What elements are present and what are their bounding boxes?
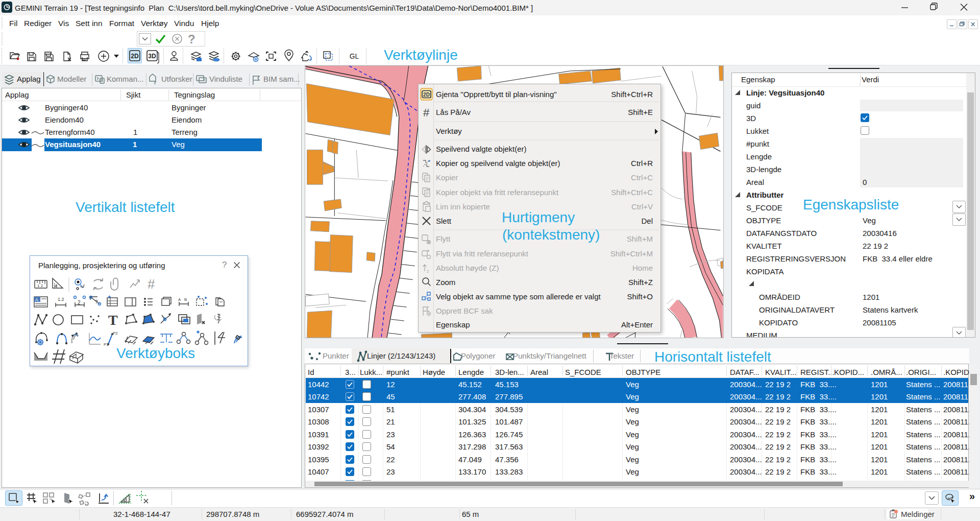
- svg-text:2D: 2D: [423, 92, 430, 98]
- svg-text:?: ?: [95, 299, 98, 305]
- svg-text:A: A: [35, 297, 38, 302]
- svg-text:1 2: 1 2: [37, 283, 43, 288]
- svg-text:1.2: 1.2: [58, 297, 64, 302]
- svg-text:#: #: [423, 106, 430, 119]
- svg-text:2: 2: [78, 300, 81, 305]
- svg-text:2D: 2D: [131, 53, 139, 60]
- svg-text:T: T: [108, 312, 118, 328]
- svg-text:3D: 3D: [148, 53, 156, 60]
- svg-text:#: #: [148, 276, 155, 292]
- svg-text:P2: P2: [113, 331, 118, 336]
- svg-text:GL: GL: [350, 52, 359, 60]
- svg-text:z: z: [427, 269, 429, 274]
- svg-text:A B: A B: [178, 297, 187, 302]
